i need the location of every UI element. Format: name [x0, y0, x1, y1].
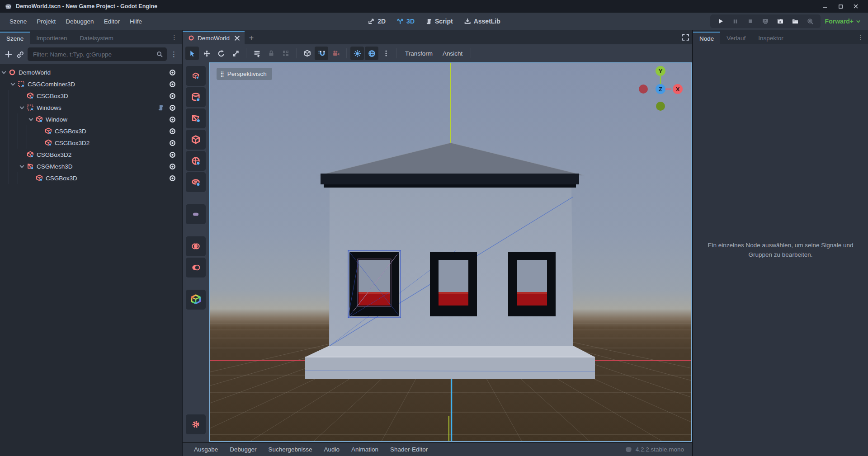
tree-row-demoworld[interactable]: DemoWorld	[0, 66, 182, 78]
tree-collapse-icon[interactable]	[0, 70, 8, 75]
csg-box-button[interactable]	[186, 66, 206, 86]
tree-collapse-icon[interactable]	[9, 81, 17, 87]
minimize-button[interactable]	[817, 0, 833, 12]
tree-collapse-icon[interactable]	[18, 164, 26, 169]
tab-node[interactable]: Node	[693, 32, 720, 44]
preview-environment-button[interactable]	[365, 47, 378, 60]
tree-row-csgbox3d[interactable]: CSGBox3D	[0, 125, 182, 137]
tree-row-windows[interactable]: Windows	[0, 102, 182, 113]
tab-dateisystem[interactable]: Dateisystem	[74, 32, 120, 44]
play-custom-scene-button[interactable]	[789, 16, 801, 27]
workspace-script-button[interactable]: Script	[421, 15, 457, 27]
renderer-selector[interactable]: Forward+	[825, 18, 863, 25]
csg-polygon-button[interactable]	[186, 108, 206, 128]
movie-maker-button[interactable]	[804, 16, 816, 27]
instance-scene-button[interactable]	[16, 51, 24, 58]
op-subtract-button[interactable]	[186, 258, 206, 277]
bottom-tab-suchergebnisse[interactable]: Suchergebnisse	[264, 443, 317, 456]
node-type-csg-box-icon	[45, 139, 52, 146]
axis-gizmo[interactable]: Y Z X	[637, 64, 684, 111]
visibility-eye-icon[interactable]	[169, 127, 176, 135]
script-attached-icon[interactable]	[157, 104, 164, 111]
menu-hilfe[interactable]: Hilfe	[125, 16, 147, 27]
play-scene-button[interactable]	[774, 16, 786, 27]
tab-menu-button[interactable]: ⋮	[167, 33, 182, 41]
scene-tree-menu-button[interactable]: ⋮	[170, 50, 177, 58]
capsule-button[interactable]	[186, 204, 206, 224]
menu-projekt[interactable]: Projekt	[32, 16, 61, 27]
maximize-button[interactable]	[833, 0, 848, 12]
viewport-menu-ansicht[interactable]: Ansicht	[438, 47, 467, 60]
scale-tool-button[interactable]	[229, 47, 242, 60]
bottom-tab-ausgabe[interactable]: Ausgabe	[189, 443, 223, 456]
expand-viewport-button[interactable]	[679, 33, 692, 41]
bottom-tab-debugger[interactable]: Debugger	[225, 443, 261, 456]
close-tab-icon[interactable]	[234, 35, 240, 41]
viewport-3d[interactable]: ⣿ Perspektivisch Y Z X	[209, 62, 692, 442]
camera-preview-button[interactable]	[329, 47, 343, 60]
menu-editor[interactable]: Editor	[99, 16, 125, 27]
tab-verlauf[interactable]: Verlauf	[720, 32, 752, 44]
close-button[interactable]	[848, 0, 863, 12]
pause-button[interactable]	[730, 16, 741, 27]
visibility-eye-icon[interactable]	[169, 116, 176, 123]
local-space-button[interactable]	[300, 47, 314, 60]
group-button[interactable]	[279, 47, 292, 60]
tab-menu-button[interactable]: ⋮	[853, 33, 868, 41]
list-select-button[interactable]	[250, 47, 264, 60]
scene-tab-demoworld[interactable]: DemoWorld	[183, 31, 245, 44]
workspace-assetlib-button[interactable]: AssetLib	[460, 15, 505, 27]
right-dock: NodeVerlaufInspektor⋮ Ein einzelnes Node…	[693, 30, 868, 456]
bottom-tab-animation[interactable]: Animation	[346, 443, 383, 456]
csg-torus-button[interactable]	[186, 172, 206, 192]
stop-button[interactable]	[745, 16, 756, 27]
csg-meshbox-button[interactable]	[186, 130, 206, 150]
play-button[interactable]	[715, 16, 726, 27]
visibility-eye-icon[interactable]	[169, 92, 176, 100]
visibility-eye-icon[interactable]	[169, 104, 176, 112]
csg-cylinder-button[interactable]	[186, 87, 206, 107]
tab-importieren[interactable]: Importieren	[30, 32, 73, 44]
gear-button[interactable]	[186, 414, 206, 434]
visibility-eye-icon[interactable]	[169, 163, 176, 170]
visibility-eye-icon[interactable]	[169, 174, 176, 182]
visibility-eye-icon[interactable]	[169, 151, 176, 159]
rotate-tool-button[interactable]	[214, 47, 228, 60]
add-node-button[interactable]	[5, 50, 13, 58]
new-scene-tab-button[interactable]: +	[245, 32, 258, 44]
tree-collapse-icon[interactable]	[27, 117, 35, 122]
visibility-eye-icon[interactable]	[169, 69, 176, 76]
snap-magnet-button[interactable]	[315, 47, 328, 60]
workspace-3d-button[interactable]: 3D	[392, 15, 419, 27]
tree-row-window[interactable]: Window	[0, 113, 182, 125]
bottom-tab-audio[interactable]: Audio	[319, 443, 344, 456]
workspace-switcher: 2D3DScriptAssetLib	[363, 13, 505, 30]
workspace-2d-button[interactable]: 2D	[363, 15, 390, 27]
move-tool-button[interactable]	[200, 47, 213, 60]
visibility-eye-icon[interactable]	[169, 139, 176, 147]
bottom-tab-shader-editor[interactable]: Shader-Editor	[385, 443, 433, 456]
tree-row-csgbox3d2[interactable]: CSGBox3D2	[0, 137, 182, 149]
tree-row-csgbox3d[interactable]: CSGBox3D	[0, 172, 182, 184]
tree-row-csgmesh3d[interactable]: CSGMesh3D	[0, 160, 182, 172]
dots-vertical-button[interactable]	[379, 47, 393, 60]
tree-row-csgcombiner3d[interactable]: CSGCombiner3D	[0, 78, 182, 90]
tree-row-csgbox3d2[interactable]: CSGBox3D2	[0, 149, 182, 160]
perspective-menu-button[interactable]: ⣿ Perspektivisch	[217, 68, 272, 80]
select-arrow-button[interactable]	[185, 47, 199, 60]
csg-sphere-button[interactable]	[186, 151, 206, 171]
tree-collapse-icon[interactable]	[18, 105, 26, 111]
tree-row-csgbox3d[interactable]: CSGBox3D	[0, 90, 182, 102]
visibility-eye-icon[interactable]	[169, 80, 176, 88]
preview-sun-button[interactable]	[350, 47, 364, 60]
lock-button[interactable]	[264, 47, 278, 60]
tab-inspektor[interactable]: Inspektor	[752, 32, 790, 44]
rainbow-cube-button[interactable]	[186, 290, 206, 310]
viewport-menu-transform[interactable]: Transform	[401, 47, 437, 60]
tab-szene[interactable]: Szene	[0, 32, 30, 44]
menu-szene[interactable]: Szene	[5, 16, 32, 27]
scene-filter-input[interactable]	[33, 51, 156, 58]
play-remote-button[interactable]	[760, 16, 771, 27]
op-intersect-button[interactable]	[186, 236, 206, 256]
menu-debuggen[interactable]: Debuggen	[61, 16, 99, 27]
